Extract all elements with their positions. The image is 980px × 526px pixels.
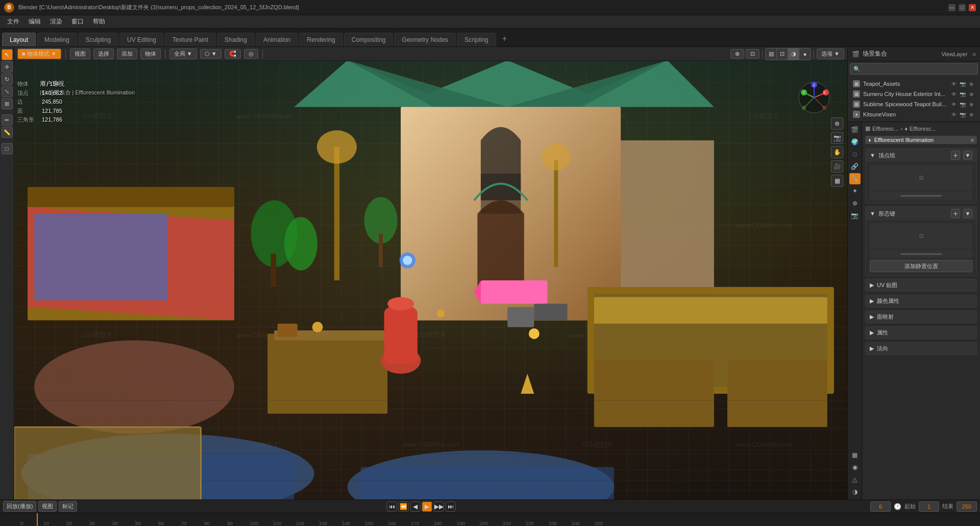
movie-camera-icon[interactable]: 🎥 [831,160,843,173]
material-properties-icon[interactable]: ◉ [849,462,861,473]
jump-end-button[interactable]: ⏭ [446,501,456,512]
jump-start-button[interactable]: ⏮ [387,501,397,512]
playback-menu[interactable]: 回放(播放) [3,501,36,512]
markers-menu[interactable]: 标记 [59,501,77,512]
object-data-icon[interactable]: △ [849,474,861,485]
filter-icon[interactable]: ≡ [973,51,976,57]
tab-compositing[interactable]: Compositing [344,33,394,46]
proportional-edit[interactable]: ◎ [244,49,258,59]
sublime-render[interactable]: ⊕ [968,101,975,108]
tab-modeling[interactable]: Modeling [37,33,77,46]
modifier-properties-icon[interactable]: 🔧 [849,173,861,184]
kitsune-visibility[interactable]: 👁 [950,111,958,118]
global-transform[interactable]: 全局 ▼ [169,49,197,59]
rotate-tool[interactable]: ↻ [2,74,13,85]
annotate-tool[interactable]: ✏ [2,114,13,126]
close-button[interactable]: ✕ [969,4,976,11]
shading-wireframe[interactable]: ▤ [766,49,777,60]
start-frame-input[interactable]: 1 [919,501,939,512]
kitsune-camera[interactable]: 📷 [959,111,966,118]
add-cube-tool[interactable]: □ [2,143,13,154]
play-reverse-button[interactable]: ◀ [410,501,421,512]
tab-texture-paint[interactable]: Texture Paint [165,33,216,46]
sumeru-render[interactable]: ⊕ [968,90,975,98]
menu-window[interactable]: 窗口 [67,16,88,28]
normals-header[interactable]: ▶ 法向 [866,343,976,354]
constraint-properties-icon[interactable]: 🔗 [849,161,861,172]
scene-item-kitsune[interactable]: ♦ KitsuneVixen 👁 📷 ⊕ [850,109,978,119]
tab-animation[interactable]: Animation [256,33,298,46]
particles-properties-icon[interactable]: ✦ [849,185,861,197]
render-preview-icon[interactable]: ▦ [831,175,843,187]
sublime-camera[interactable]: 📷 [959,101,966,108]
teapot-assets-render[interactable]: ⊕ [968,80,975,87]
shader-icon[interactable]: ◑ [849,486,861,497]
sumeru-camera[interactable]: 📷 [959,90,966,98]
measure-tool[interactable]: 📏 [2,127,13,138]
overlays-dropdown[interactable]: 选项 ▼ [817,49,844,59]
shading-material[interactable]: ◑ [788,49,799,60]
shape-keys-remove-button[interactable]: ▼ [963,209,972,218]
shape-keys-header[interactable]: ▼ 形态键 + ▼ [866,207,976,220]
menu-render[interactable]: 渲染 [46,16,66,28]
sublime-visibility[interactable]: 👁 [950,101,958,108]
add-workspace-button[interactable]: + [497,31,512,46]
menu-edit[interactable]: 编辑 [24,16,45,28]
tab-shading[interactable]: Shading [217,33,255,46]
tab-scripting[interactable]: Scripting [457,33,496,46]
view-menu-timeline[interactable]: 视图 [38,501,57,512]
gizmo-toggle[interactable]: ⊕ [730,49,744,59]
teapot-assets-camera[interactable]: 📷 [959,80,966,87]
kitsune-render[interactable]: ⊕ [968,111,975,118]
tab-geometry-nodes[interactable]: Geometry Nodes [394,33,456,46]
vertex-group-header[interactable]: ▼ 顶点组 + ▼ [866,149,976,162]
menu-file[interactable]: 文件 [3,16,23,28]
shape-keys-add-button[interactable]: + [951,209,960,218]
teapot-assets-visibility[interactable]: 👁 [950,80,958,87]
vertex-group-play[interactable] [919,176,923,180]
zoom-to-cursor-icon[interactable]: ⊕ [831,117,843,130]
shape-keys-scroll[interactable] [870,250,972,258]
scene-item-sumeru[interactable]: ▦ Sumeru City House Exterior Int... 👁 📷 … [850,89,978,99]
timeline-ruler[interactable]: 0 10 20 30 40 50 60 70 80 90 100 110 120… [0,513,980,526]
object-properties-icon[interactable]: □ [849,149,861,160]
tab-sculpting[interactable]: Sculpting [78,33,118,46]
add-rest-position-button[interactable]: 添加静置位置 [870,260,972,272]
scene-item-sublime[interactable]: ▦ Sublime Spicewood Teapot Buil... 👁 📷 ⊕ [850,99,978,109]
scene-search-input[interactable] [850,63,978,75]
color-attribute-header[interactable]: ▶ 颜色属性 [866,295,976,307]
end-frame-input[interactable]: 250 [957,501,977,512]
add-menu[interactable]: 添加 [117,49,137,59]
overlay-toggle[interactable]: ⊡ [746,49,760,59]
vertex-group-add-button[interactable]: + [951,151,960,160]
breadcrumb-left[interactable]: Effloresc... [872,126,899,132]
object-menu[interactable]: 物体 [140,49,161,59]
object-name-text[interactable]: Efflorescent Illumination [874,137,934,143]
physics-properties-icon[interactable]: ⊕ [849,198,861,209]
jump-back-button[interactable]: ⏪ [399,501,409,512]
vertex-group-scroll[interactable] [870,192,972,200]
uv-map-header[interactable]: ▶ UV 贴图 [866,279,976,291]
render-properties-icon[interactable]: 📷 [849,210,861,221]
menu-help[interactable]: 帮助 [89,16,109,28]
view-menu[interactable]: 视图 [70,49,90,59]
shading-solid[interactable]: ⊡ [777,49,788,60]
tab-layout[interactable]: Layout [2,33,36,46]
shading-rendered[interactable]: ● [799,49,811,60]
axis-gizmo[interactable]: X Y Z [796,80,832,115]
current-frame-input[interactable]: 6 [870,501,891,512]
scene-properties-icon[interactable]: 🎬 [849,124,861,135]
scene-view[interactable]: CG模型主 www.CGMXW.com CG模型主 www.CGMXW.com … [14,61,847,499]
vertex-group-remove-button[interactable]: ▼ [963,151,972,160]
minimize-button[interactable]: — [948,4,955,11]
maximize-button[interactable]: □ [959,4,966,11]
breadcrumb-right[interactable]: Effloresc... [910,126,936,132]
data-properties-icon[interactable]: ▦ [849,449,861,461]
tab-uv-editing[interactable]: UV Editing [119,33,164,46]
hand-tool-icon[interactable]: ✋ [831,146,843,158]
move-tool[interactable]: ✛ [2,61,13,73]
object-mode-dropdown[interactable]: ■ 物体模式 ▼ [17,49,61,59]
cursor-tool[interactable]: ↖ [2,49,13,60]
transform-tool[interactable]: ⊞ [2,98,13,109]
face-maps-header[interactable]: ▶ 面映射 [866,311,976,323]
